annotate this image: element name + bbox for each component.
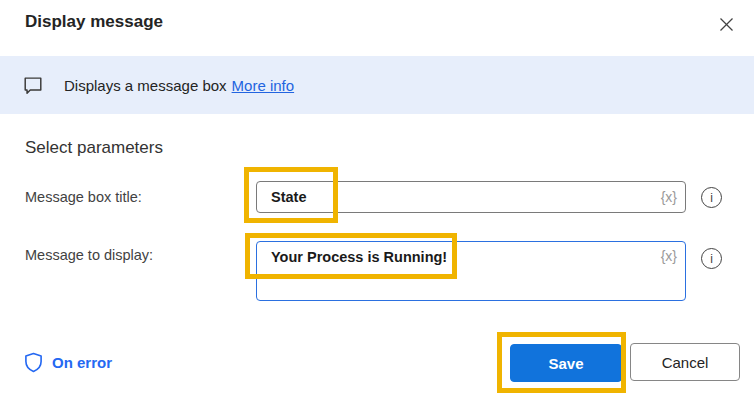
message-to-display-label: Message to display: [25,247,153,263]
display-message-dialog: Display message Displays a message box M… [0,0,754,401]
cancel-button[interactable]: Cancel [630,343,740,381]
action-description-banner: Displays a message box More info [0,56,754,114]
message-box-title-input[interactable]: State {x} [256,181,686,213]
info-glyph: i [710,191,713,205]
message-bubble-icon [22,74,44,96]
on-error-label: On error [52,354,112,371]
close-icon [719,17,734,32]
close-button[interactable] [713,11,739,37]
variable-picker-icon[interactable]: {x} [661,189,677,205]
info-icon[interactable]: i [701,248,722,269]
save-button[interactable]: Save [510,344,622,382]
info-glyph: i [710,252,713,266]
more-info-link[interactable]: More info [232,77,295,94]
select-parameters-heading: Select parameters [25,138,163,158]
on-error-button[interactable]: On error [24,352,112,373]
message-box-title-value: State [271,189,306,205]
info-icon[interactable]: i [701,187,722,208]
variable-picker-icon[interactable]: {x} [661,248,677,264]
banner-description: Displays a message box [64,77,227,94]
message-to-display-textarea[interactable]: Your Process is Running! {x} [256,241,686,301]
message-box-title-label: Message box title: [25,189,142,205]
dialog-title: Display message [25,12,163,32]
message-to-display-value: Your Process is Running! [271,249,447,265]
shield-icon [24,352,43,373]
